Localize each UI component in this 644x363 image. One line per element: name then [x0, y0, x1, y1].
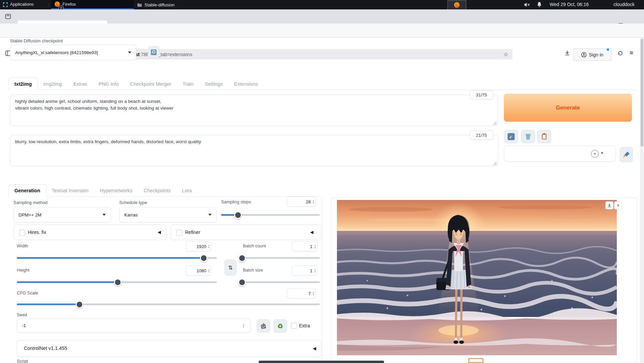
hires-collapse-icon[interactable]: ◀ — [158, 230, 161, 235]
height-input[interactable]: 1080 ▴▾ — [186, 266, 211, 276]
paste-params-button[interactable]: ↙ — [504, 130, 518, 143]
prompt-textarea[interactable]: highly detailed anime girl, school unifo… — [10, 94, 498, 126]
refiner-checkbox[interactable] — [176, 230, 182, 236]
sync-icon[interactable] — [617, 50, 623, 56]
sampling-steps-slider[interactable] — [221, 214, 320, 216]
hires-fix-section[interactable]: Hires. fix ◀ — [13, 225, 167, 240]
slider-thumb[interactable] — [234, 211, 242, 219]
height-label: Height — [17, 268, 30, 273]
edit-styles-button[interactable] — [620, 147, 633, 162]
sampling-steps-value: 28 — [306, 199, 311, 204]
stepper-icon[interactable]: ▴▾ — [313, 291, 314, 296]
controlnet-collapse-icon[interactable]: ◀ — [313, 346, 316, 351]
batch-count-value: 1 — [310, 244, 312, 249]
bookmark-star-icon[interactable]: ☆ — [504, 51, 508, 57]
tab-lora[interactable]: Lora — [176, 185, 198, 197]
stepper-icon[interactable]: ▴▾ — [313, 199, 314, 204]
styles-caret-icon[interactable]: ▾ — [601, 151, 603, 155]
random-seed-button[interactable] — [257, 319, 270, 333]
stepper-icon[interactable]: ▴▾ — [314, 268, 316, 273]
image-close-button[interactable]: × — [614, 201, 622, 209]
hires-fix-checkbox[interactable] — [19, 230, 25, 236]
batch-size-slider[interactable] — [243, 281, 320, 283]
tab-train[interactable]: Train — [177, 78, 200, 90]
width-input[interactable]: 1920 ▴▾ — [186, 241, 211, 251]
clear-styles-icon[interactable]: × — [591, 150, 599, 158]
stepper-icon[interactable]: ▴▾ — [314, 244, 316, 249]
bottom-scrollbar[interactable] — [259, 361, 384, 363]
refiner-collapse-icon[interactable]: ◀ — [310, 230, 313, 235]
tab-settings[interactable]: Settings — [199, 78, 228, 90]
reuse-seed-button[interactable]: ♻ — [273, 319, 287, 333]
slider-thumb[interactable] — [238, 254, 246, 262]
checkpoint-label: Stable Diffusion checkpoint — [10, 38, 63, 43]
batch-count-input[interactable]: 1 ▴▾ — [292, 241, 317, 251]
cfg-scale-input[interactable]: 7 ▴▾ — [287, 288, 316, 298]
slider-thumb[interactable] — [114, 278, 122, 286]
controlnet-accordion[interactable]: ControlNet v1.1.455 ◀ — [17, 340, 321, 357]
scrollbar-thumb[interactable] — [641, 39, 643, 147]
tab-png-info[interactable]: PNG Info — [93, 78, 124, 90]
batch-count-slider[interactable] — [243, 257, 320, 259]
generate-button[interactable]: Generate — [504, 94, 632, 122]
tab-checkpoints[interactable]: Checkpoints — [138, 185, 176, 197]
downloads-icon[interactable] — [564, 50, 570, 56]
tab-txt2img[interactable]: txt2img — [8, 78, 38, 90]
sampling-method-dropdown[interactable]: DPM++ 2M — [13, 207, 111, 223]
menu-hamburger-icon[interactable]: ≡ — [630, 49, 633, 56]
clear-prompt-button[interactable] — [521, 130, 535, 143]
stepper-icon[interactable]: ▴▾ — [208, 268, 210, 273]
firefox-view-icon[interactable] — [5, 13, 11, 20]
height-slider[interactable] — [17, 281, 217, 283]
paintbrush-icon — [623, 151, 630, 158]
checkpoint-refresh-button[interactable] — [148, 46, 160, 58]
chevron-down-icon — [208, 214, 212, 216]
username[interactable]: clouddock — [613, 2, 644, 7]
styles-dropdown[interactable]: × ▾ — [504, 146, 616, 162]
stepper-icon[interactable]: ▴▾ — [208, 244, 210, 249]
negative-prompt-textarea[interactable]: blurry, low resolution, extra limbs, ext… — [10, 135, 498, 166]
tab-extras[interactable]: Extras — [68, 78, 93, 90]
notification-bell-icon[interactable] — [537, 2, 542, 7]
apply-styles-button[interactable] — [537, 130, 551, 143]
slider-thumb[interactable] — [238, 278, 246, 286]
tray-firefox-launcher[interactable] — [447, 0, 466, 10]
clipboard-icon — [542, 133, 547, 140]
applications-menu[interactable]: Applications — [10, 2, 34, 7]
page-scrollbar[interactable] — [640, 38, 644, 363]
tab-img2img[interactable]: img2img — [38, 78, 68, 90]
tab-extensions[interactable]: Extensions — [228, 78, 264, 90]
cfg-scale-slider[interactable] — [17, 304, 320, 305]
stepper-icon[interactable]: ▴▾ — [243, 323, 244, 328]
tab-textual-inversion[interactable]: Textual Inversion — [46, 185, 94, 197]
slider-thumb[interactable] — [76, 300, 83, 308]
sampling-steps-input[interactable]: 28 ▴▾ — [287, 197, 316, 207]
refiner-label: Refiner — [185, 230, 200, 235]
batch-size-input[interactable]: 1 ▴▾ — [292, 266, 317, 276]
taskbar-firefox-window[interactable]: 2 Firefox — [51, 0, 134, 9]
column-divider[interactable] — [322, 199, 323, 363]
schedule-type-dropdown[interactable]: Karras — [119, 207, 217, 223]
selected-thumbnail[interactable] — [468, 358, 483, 363]
extra-seed-checkbox[interactable] — [291, 323, 297, 329]
tab-hypernetworks[interactable]: Hypernetworks — [94, 185, 138, 197]
checkpoint-dropdown[interactable]: AnythingXL_xl.safetensors [8421598e93] — [10, 45, 136, 60]
seed-input[interactable]: -1 ▴▾ — [17, 319, 251, 333]
swap-dimensions-button[interactable]: ⇅ — [224, 259, 237, 276]
generated-image[interactable] — [337, 200, 617, 355]
dice-icon — [260, 323, 267, 329]
signin-button[interactable]: Sign in — [573, 48, 611, 61]
taskbar-folder-label: Stable-diffusion — [144, 2, 174, 7]
refiner-section[interactable]: Refiner ◀ — [171, 225, 321, 240]
width-slider[interactable] — [17, 257, 217, 259]
signin-label: Sign in — [589, 52, 603, 57]
tab-generation[interactable]: Generation — [8, 184, 46, 197]
taskbar-folder-window[interactable]: Stable-diffusion — [134, 0, 192, 9]
image-download-button[interactable] — [605, 201, 613, 209]
clock[interactable]: Wed 29 Oct, 06:16 — [550, 2, 589, 7]
slider-thumb[interactable] — [200, 254, 208, 262]
cfg-scale-label: CFG Scale — [17, 290, 38, 295]
schedule-type-label: Schedule type — [119, 200, 147, 205]
mute-icon[interactable] — [524, 2, 530, 7]
tab-checkpoint-merger[interactable]: Checkpoint Merger — [124, 78, 177, 90]
